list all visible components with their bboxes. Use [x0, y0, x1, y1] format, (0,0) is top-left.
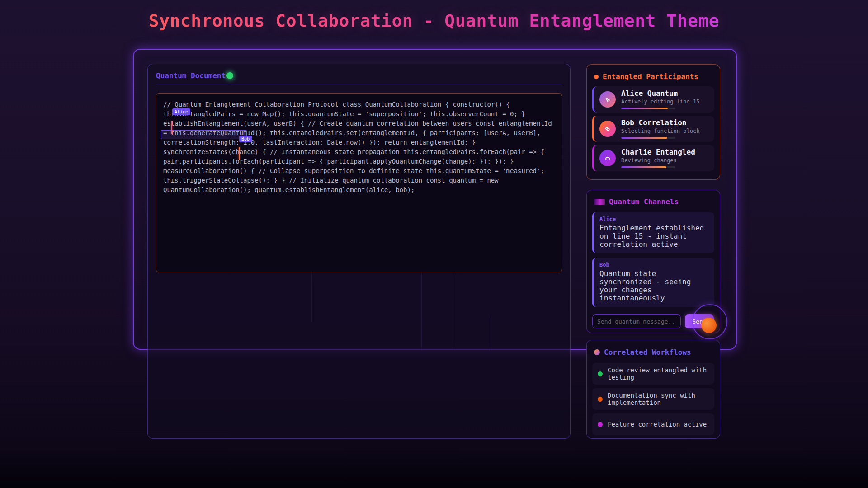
quantum-orb-decoration	[701, 318, 717, 333]
orange-dot-icon	[594, 75, 599, 79]
gradient-chip-icon	[594, 199, 605, 205]
remote-selection-bob	[161, 130, 247, 139]
workflow-text: Documentation sync with implementation	[608, 392, 709, 406]
message-input[interactable]	[592, 314, 681, 328]
entangled-participants-panel: Entangled Participants A Alice Quantum A…	[586, 64, 720, 180]
channels-title: Quantum Channels	[609, 197, 679, 206]
document-title: Quantum Document	[156, 71, 226, 80]
document-header: Quantum Document	[148, 64, 570, 84]
participants-title: Entangled Participants	[603, 72, 698, 81]
activity-progress	[621, 108, 675, 109]
remote-caret-bob	[239, 147, 240, 160]
workflow-text: Code review entangled with testing	[608, 366, 709, 381]
workflow-item: Documentation sync with implementation	[592, 388, 714, 410]
avatar: B	[599, 121, 616, 137]
status-dot	[598, 371, 603, 376]
avatar: C	[599, 150, 616, 166]
activity-progress	[621, 166, 675, 168]
workflows-title: Correlated Workflows	[604, 348, 691, 357]
channels-header: Quantum Channels	[594, 197, 712, 206]
page-title: Synchronous Collaboration - Quantum Enta…	[0, 11, 868, 31]
active-status-dot	[226, 72, 233, 79]
participant-name: Bob Correlation	[621, 119, 699, 127]
participant-name: Charlie Entangled	[621, 148, 695, 156]
workflow-item: Code review entangled with testing	[592, 363, 714, 385]
correlated-workflows-panel: Correlated Workflows Code review entangl…	[586, 340, 720, 439]
message-sender: Alice	[599, 216, 709, 222]
status-dot	[598, 397, 603, 402]
workflow-text: Feature correlation active	[608, 421, 707, 428]
quantum-document-panel: Quantum Document // Quantum Entanglement…	[147, 64, 571, 439]
remote-cursor-label-alice: Alice	[172, 108, 190, 115]
message-sender: Bob	[599, 262, 709, 268]
activity-progress	[621, 137, 675, 139]
participant-name: Alice Quantum	[621, 89, 699, 98]
app-root: Synchronous Collaboration - Quantum Enta…	[0, 0, 868, 488]
remote-cursor-label-bob: Bob	[239, 136, 252, 142]
chat-message: Bob Quantum state synchronized - seeing …	[592, 258, 714, 307]
participant-status: Selecting function block	[621, 128, 699, 134]
workflows-header: Correlated Workflows	[594, 348, 712, 357]
participant-status: Reviewing changes	[621, 157, 695, 164]
code-text: // Quantum Entanglement Collaboration Pr…	[163, 100, 552, 195]
avatar: A	[599, 91, 616, 108]
participant-card: A Alice Quantum Actively editing line 15	[592, 86, 714, 113]
participants-header: Entangled Participants	[594, 72, 712, 81]
participant-card: C Charlie Entangled Reviewing changes	[592, 145, 714, 171]
status-dot	[598, 422, 603, 427]
header-divider	[156, 84, 562, 84]
message-text: Quantum state synchronized - seeing your…	[599, 270, 709, 302]
code-editor[interactable]: // Quantum Entanglement Collaboration Pr…	[156, 93, 562, 272]
participant-card: B Bob Correlation Selecting function blo…	[592, 116, 714, 142]
workflow-item: Feature correlation active	[592, 413, 714, 435]
message-text: Entanglement established on line 15 - in…	[599, 224, 709, 249]
participant-status: Actively editing line 15	[621, 99, 699, 105]
gradient-dot-icon	[594, 349, 600, 355]
remote-caret-alice	[171, 121, 172, 134]
chat-message: Alice Entanglement established on line 1…	[592, 212, 714, 253]
